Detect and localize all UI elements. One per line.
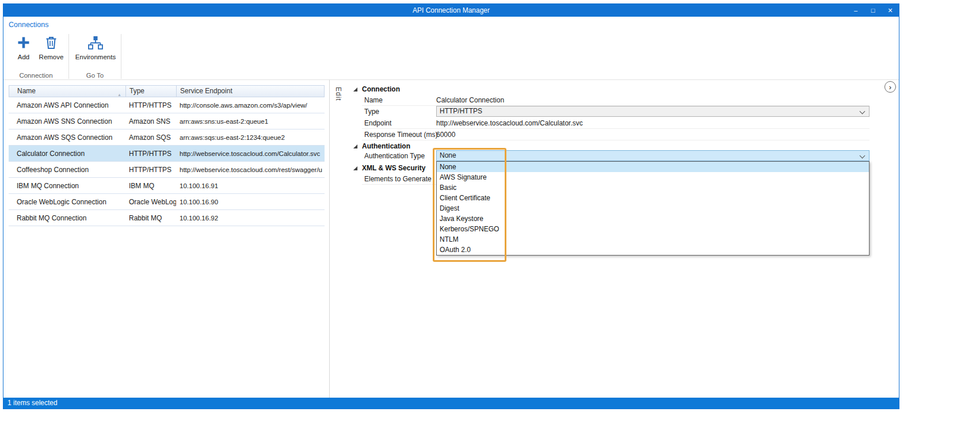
tab-connections[interactable]: Connections [9, 21, 49, 29]
property-row-endpoint: Endpoint http://webservice.toscacloud.co… [362, 117, 870, 129]
section-connection-label: Connection [362, 85, 400, 93]
edit-pane: › Connection Name Calculator Connection … [347, 80, 899, 398]
group-label-goto: Go To [68, 72, 121, 79]
connections-list-pane: Name ▲ Type Service Endpoint Amazon AWS … [3, 80, 329, 398]
cell-name: IBM MQ Connection [9, 182, 125, 190]
property-row-auth-type: Authentication Type None [362, 150, 870, 162]
app-window: API Connection Manager – □ × Connections… [3, 3, 899, 409]
environments-button[interactable]: Environments [70, 34, 121, 60]
toolbar: Add Remove [3, 34, 899, 80]
auth-type-dropdown-list: None AWS Signature Basic Client Certific… [436, 161, 870, 256]
type-combobox[interactable]: HTTP/HTTPS [436, 106, 870, 117]
environments-icon [87, 35, 104, 50]
column-header-endpoint[interactable]: Service Endpoint [177, 86, 323, 97]
window-controls: – □ × [847, 4, 899, 17]
cell-type: Amazon SNS [125, 117, 176, 125]
dropdown-option[interactable]: Kerberos/SPNEGO [437, 224, 869, 234]
section-xml-ws-security-header[interactable]: XML & WS Security [353, 163, 425, 173]
cell-endpoint: 10.100.16.92 [176, 215, 322, 222]
column-header-type[interactable]: Type [126, 86, 177, 97]
cell-type: HTTP/HTTPS [125, 150, 176, 158]
edit-strip: Edit [330, 80, 347, 398]
auth-type-combobox[interactable]: None [436, 150, 870, 161]
maximize-button[interactable]: □ [864, 4, 882, 17]
name-field[interactable]: Calculator Connection [436, 96, 867, 104]
table-row[interactable]: Oracle WebLogic Connection Oracle WebLog… [9, 194, 325, 210]
title-bar: API Connection Manager – □ × [3, 4, 899, 17]
property-row-name: Name Calculator Connection [362, 94, 870, 106]
expanded-indicator-icon [353, 166, 358, 171]
cell-type: IBM MQ [125, 182, 176, 190]
section-connection-header[interactable]: Connection [353, 85, 400, 94]
edit-side-tab[interactable]: Edit [334, 87, 342, 101]
cell-endpoint: http://webservice.toscacloud.com/rest/sw… [176, 166, 322, 173]
window-title: API Connection Manager [3, 4, 899, 17]
dropdown-option[interactable]: Basic [437, 182, 869, 193]
collapse-panel-button[interactable]: › [884, 81, 896, 93]
main-area: Name ▲ Type Service Endpoint Amazon AWS … [3, 80, 899, 398]
section-authentication-header[interactable]: Authentication [353, 142, 410, 151]
cell-name: Rabbit MQ Connection [9, 214, 125, 222]
column-header-name-label: Name [17, 87, 36, 95]
connections-table: Name ▲ Type Service Endpoint Amazon AWS … [9, 85, 325, 226]
chevron-down-icon [860, 109, 865, 115]
sort-ascending-icon: ▲ [117, 89, 121, 100]
table-row[interactable]: Coffeeshop Connection HTTP/HTTPS http://… [9, 162, 325, 178]
response-timeout-field[interactable]: 60000 [436, 131, 867, 139]
remove-button[interactable]: Remove [35, 34, 68, 60]
property-row-type: Type HTTP/HTTPS [362, 106, 870, 117]
property-label: Type [364, 108, 434, 116]
column-header-name[interactable]: Name ▲ [9, 86, 126, 97]
status-bar: 1 items selected [3, 398, 899, 409]
cell-endpoint: http://console.aws.amazon.com/s3/ap/view… [176, 102, 322, 109]
expanded-indicator-icon [353, 144, 358, 149]
type-combobox-value: HTTP/HTTPS [440, 107, 482, 115]
endpoint-field[interactable]: http://webservice.toscacloud.com/Calcula… [436, 119, 867, 127]
column-header-endpoint-label: Service Endpoint [180, 87, 232, 95]
table-row[interactable]: IBM MQ Connection IBM MQ 10.100.16.91 [9, 178, 325, 194]
property-row-response-timeout: Response Timeout (ms) 60000 [362, 129, 870, 140]
table-row[interactable]: Calculator Connection HTTP/HTTPS http://… [9, 146, 325, 162]
remove-button-label: Remove [39, 54, 64, 60]
cell-endpoint: http://webservice.toscacloud.com/Calcula… [176, 150, 322, 157]
cell-name: Amazon AWS SNS Connection [9, 117, 125, 125]
dropdown-option[interactable]: OAuth 2.0 [437, 245, 869, 255]
cell-type: Amazon SQS [125, 134, 176, 142]
column-header-type-label: Type [129, 87, 144, 95]
dropdown-option[interactable]: AWS Signature [437, 172, 869, 182]
cell-endpoint: 10.100.16.90 [176, 199, 322, 205]
table-row[interactable]: Rabbit MQ Connection Rabbit MQ 10.100.16… [9, 210, 325, 226]
cell-endpoint: arn:aws:sqs:us-east-2:1234:queue2 [176, 134, 322, 141]
minimize-button[interactable]: – [847, 4, 864, 17]
table-row[interactable]: Amazon AWS API Connection HTTP/HTTPS htt… [9, 97, 325, 113]
dropdown-option[interactable]: Java Keystore [437, 214, 869, 224]
table-header: Name ▲ Type Service Endpoint [9, 85, 325, 97]
cell-type: Oracle WebLogic [125, 198, 176, 206]
chevron-down-icon [860, 153, 865, 159]
table-row[interactable]: Amazon AWS SQS Connection Amazon SQS arn… [9, 129, 325, 146]
section-authentication-label: Authentication [362, 142, 410, 150]
cell-type: HTTP/HTTPS [125, 166, 176, 174]
property-label: Authentication Type [364, 152, 434, 160]
table-row[interactable]: Amazon AWS SNS Connection Amazon SNS arn… [9, 113, 325, 129]
dropdown-option[interactable]: NTLM [437, 234, 869, 245]
status-text: 1 items selected [7, 399, 58, 407]
dropdown-option[interactable]: Client Certificate [437, 193, 869, 203]
environments-button-label: Environments [75, 54, 116, 60]
property-label: Response Timeout (ms) [364, 131, 434, 139]
dropdown-option[interactable]: None [437, 162, 869, 172]
add-button-label: Add [18, 54, 29, 60]
group-label-connection: Connection [3, 72, 68, 79]
trash-icon [44, 35, 59, 50]
property-label: Elements to Generate [364, 175, 434, 183]
expanded-indicator-icon [353, 87, 358, 92]
cell-name: Coffeeshop Connection [9, 166, 125, 174]
desktop-background: API Connection Manager – □ × Connections… [0, 0, 980, 446]
close-button[interactable]: × [882, 4, 899, 17]
property-label: Endpoint [364, 119, 434, 127]
ribbon: Connections Add Remove [3, 17, 899, 80]
cell-endpoint: arn:aws:sns:us-east-2:queue1 [176, 118, 322, 125]
section-xml-ws-security-label: XML & WS Security [362, 164, 425, 172]
cell-type: Rabbit MQ [125, 214, 176, 222]
dropdown-option[interactable]: Digest [437, 203, 869, 214]
